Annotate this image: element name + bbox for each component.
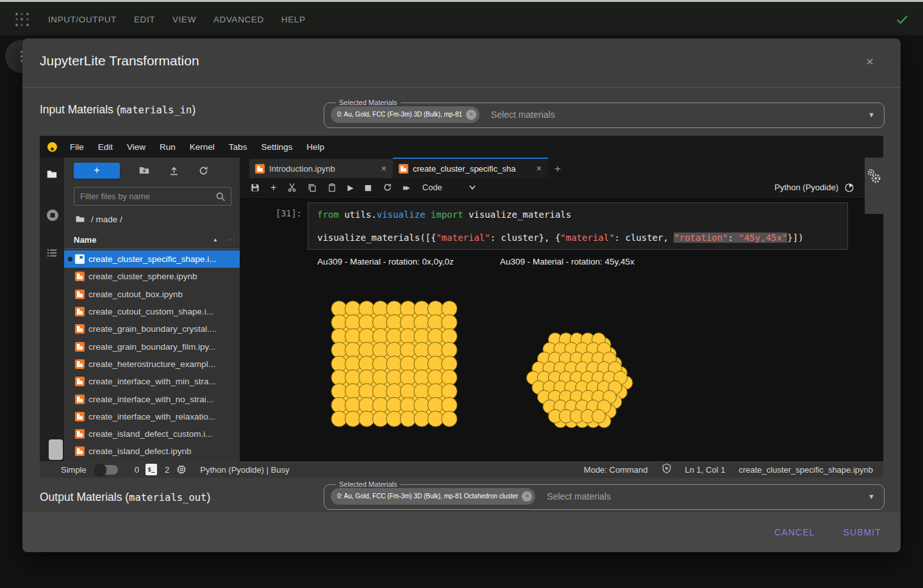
input-select-legend: Selected Materials bbox=[336, 99, 401, 106]
terminal-icon: $_ bbox=[146, 464, 157, 475]
file-row[interactable]: create_interface_with_no_strai... bbox=[64, 390, 240, 407]
paste-icon[interactable] bbox=[328, 183, 337, 192]
trust-shield-icon[interactable] bbox=[661, 463, 672, 476]
menu-advanced[interactable]: ADVANCED bbox=[213, 15, 264, 24]
menu-input-output[interactable]: INPUT/OUTPUT bbox=[48, 15, 117, 24]
file-row[interactable]: create_grain_boundary_film.ipy... bbox=[64, 338, 240, 355]
dialog-close-icon[interactable]: × bbox=[866, 54, 874, 69]
notebook-icon bbox=[399, 164, 408, 174]
output-material-chip[interactable]: 0: Au, Gold, FCC (Fm-3m) 3D (Bulk), mp-8… bbox=[331, 488, 535, 505]
file-list-header[interactable]: Name ▲ ··· bbox=[64, 231, 240, 249]
notebook-icon bbox=[75, 377, 85, 386]
new-launcher-button[interactable]: + bbox=[74, 163, 120, 179]
restart-run-all-icon[interactable]: ▶▶ bbox=[403, 184, 408, 191]
run-cell-icon[interactable]: ▶ bbox=[347, 183, 353, 192]
widget-settings-button[interactable] bbox=[865, 158, 884, 214]
file-row[interactable]: create_cutout_custom_shape.i... bbox=[64, 303, 240, 320]
tab-close-icon[interactable]: × bbox=[536, 163, 542, 174]
command-mode-indicator[interactable]: Mode: Command bbox=[584, 465, 648, 475]
input-material-chip[interactable]: 0: Au, Gold, FCC (Fm-3m) 3D (Bulk), mp-8… bbox=[331, 106, 479, 123]
input-materials-select[interactable]: Selected Materials 0: Au, Gold, FCC (Fm-… bbox=[324, 99, 885, 128]
cell-type-dropdown[interactable]: Code bbox=[422, 183, 476, 192]
header-overflow-icon[interactable]: ··· bbox=[227, 236, 236, 243]
copy-icon[interactable] bbox=[308, 183, 317, 192]
cluster-square bbox=[330, 300, 458, 428]
file-list: create_cluster_specific_shape.i... creat… bbox=[64, 250, 240, 461]
output-materials-select[interactable]: Selected Materials 0: Au, Gold, FCC (Fm-… bbox=[324, 480, 885, 510]
jmenu-help[interactable]: Help bbox=[299, 142, 331, 152]
dropdown-caret-icon[interactable]: ▼ bbox=[868, 493, 875, 500]
filebrowser-tab-folder-icon[interactable] bbox=[46, 168, 58, 183]
notebook-content: [31]: from utils.visualize import visual… bbox=[240, 197, 883, 461]
tab-create-cluster[interactable]: create_cluster_specific_sha × bbox=[393, 158, 548, 178]
cursor-position[interactable]: Ln 1, Col 1 bbox=[685, 465, 726, 475]
restart-kernel-icon[interactable] bbox=[383, 183, 392, 192]
jupyter-menubar: File Edit View Run Kernel Tabs Settings … bbox=[40, 136, 883, 158]
jmenu-tabs[interactable]: Tabs bbox=[222, 142, 254, 152]
stop-kernel-icon[interactable]: ■ bbox=[365, 183, 372, 192]
cut-icon[interactable] bbox=[287, 183, 297, 192]
terminals-count: 0 bbox=[135, 465, 139, 475]
notebook-icon bbox=[75, 446, 85, 456]
input-select-placeholder: Select materials bbox=[491, 110, 555, 120]
save-icon[interactable] bbox=[251, 183, 260, 192]
code-editor[interactable]: from utils.visualize import visualize_ma… bbox=[308, 202, 848, 250]
status-bar: Simple 0 $_ 2 Python (Pyodide) | Busy Mo… bbox=[40, 461, 883, 478]
cancel-button[interactable]: CANCEL bbox=[774, 527, 815, 537]
file-row[interactable]: create_island_defect.ipynb bbox=[64, 443, 240, 460]
breadcrumb[interactable]: / made / bbox=[75, 214, 122, 224]
jmenu-view[interactable]: View bbox=[120, 142, 153, 152]
file-filter-box bbox=[74, 187, 231, 206]
file-row[interactable]: create_heterostructure_exampl... bbox=[64, 355, 240, 373]
file-row[interactable]: create_cutout_box.ipynb bbox=[64, 286, 240, 303]
file-row[interactable]: create_interface_with_relaxatio... bbox=[64, 408, 240, 425]
file-browser: + bbox=[64, 158, 240, 461]
file-row[interactable]: create_island_defect_custom.i... bbox=[64, 425, 240, 443]
notebook-icon-slot1 bbox=[255, 164, 265, 174]
notebook-file-icon bbox=[75, 412, 85, 421]
file-filter-input[interactable] bbox=[74, 192, 215, 201]
cluster-hex bbox=[520, 327, 633, 436]
jmenu-settings[interactable]: Settings bbox=[254, 142, 299, 152]
jmenu-run[interactable]: Run bbox=[153, 142, 183, 152]
table-of-contents-icon[interactable] bbox=[46, 247, 58, 261]
notebook-icon bbox=[75, 359, 85, 369]
upload-icon[interactable] bbox=[169, 165, 179, 176]
refresh-icon[interactable] bbox=[198, 165, 209, 176]
chip-remove-icon[interactable]: × bbox=[466, 110, 476, 120]
file-row[interactable]: create_interface_with_min_stra... bbox=[64, 373, 240, 390]
new-folder-icon[interactable] bbox=[138, 165, 150, 176]
tab-introduction[interactable]: Introduction.ipynb × bbox=[249, 159, 393, 178]
add-tab-button[interactable]: + bbox=[554, 163, 561, 176]
chip-remove-icon[interactable]: × bbox=[522, 491, 532, 502]
file-row[interactable]: create_grain_boundary_crystal.... bbox=[64, 320, 240, 338]
kernel-chip-icon bbox=[176, 464, 187, 475]
menu-help[interactable]: HELP bbox=[281, 15, 306, 24]
jmenu-kernel[interactable]: Kernel bbox=[183, 142, 222, 152]
simple-mode-toggle[interactable] bbox=[95, 465, 118, 475]
notebook-file-icon bbox=[75, 429, 85, 439]
tab-close-icon[interactable]: × bbox=[381, 163, 387, 174]
jmenu-edit[interactable]: Edit bbox=[91, 142, 120, 152]
screen: INPUT/OUTPUT EDIT VIEW ADVANCED HELP Jup… bbox=[0, 0, 923, 588]
dropdown-caret-icon[interactable]: ▼ bbox=[868, 111, 875, 118]
jmenu-file[interactable]: File bbox=[63, 142, 91, 152]
add-cell-icon[interactable]: + bbox=[270, 182, 276, 193]
output-materials-label: Output Materials (materials_out) bbox=[40, 491, 210, 504]
kernel-status-text[interactable]: Python (Pyodide) | Busy bbox=[200, 465, 289, 475]
menu-edit[interactable]: EDIT bbox=[134, 15, 155, 24]
submit-button[interactable]: SUBMIT bbox=[844, 527, 882, 537]
file-row[interactable]: create_cluster_specific_shape.i... bbox=[64, 250, 240, 268]
notebook-file-icon bbox=[75, 377, 85, 386]
notebook-icon bbox=[75, 307, 85, 316]
notebook-icon bbox=[75, 412, 85, 421]
app-grid-icon[interactable] bbox=[15, 13, 29, 27]
kernel-busy-icon bbox=[844, 183, 854, 193]
sidebar-scrollbar-thumb[interactable] bbox=[49, 439, 63, 460]
file-row[interactable]: create_cluster_sphere.ipynb bbox=[64, 268, 240, 285]
running-sessions-icon[interactable] bbox=[46, 209, 59, 224]
notebook-file-icon bbox=[75, 290, 85, 299]
running-dot bbox=[68, 257, 72, 261]
menu-view[interactable]: VIEW bbox=[172, 15, 196, 24]
sort-ascending-icon: ▲ bbox=[213, 237, 218, 243]
